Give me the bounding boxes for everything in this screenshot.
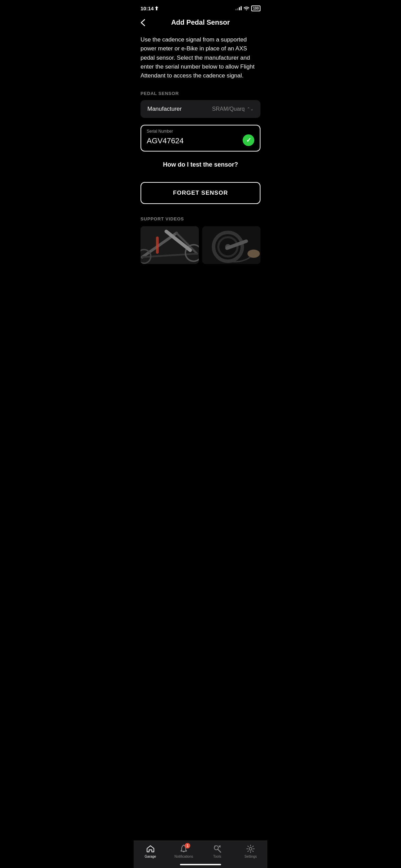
- pedal-sensor-section-label: PEDAL SENSOR: [141, 91, 260, 96]
- main-content: Use the cadence signal from a supported …: [134, 32, 267, 264]
- status-bar: 10:14 100: [134, 0, 267, 15]
- nav-header: Add Pedal Sensor: [134, 15, 267, 32]
- manufacturer-row[interactable]: Manufacturer SRAM/Quarq ⌃⌄: [141, 100, 260, 118]
- chevron-updown-icon: ⌃⌄: [247, 107, 254, 111]
- battery-icon: 100: [251, 5, 260, 11]
- signal-icon: [235, 6, 242, 10]
- serial-number-container[interactable]: Serial Number AGV47624 ✓: [141, 125, 260, 152]
- serial-number-label: Serial Number: [147, 129, 173, 134]
- serial-number-value: AGV47624: [147, 136, 243, 145]
- back-button[interactable]: [141, 19, 145, 26]
- manufacturer-label: Manufacturer: [147, 106, 182, 112]
- video-thumbnail-right[interactable]: [202, 226, 260, 264]
- serial-valid-icon: ✓: [243, 134, 254, 146]
- description-text: Use the cadence signal from a supported …: [141, 35, 260, 81]
- test-sensor-link[interactable]: How do I test the sensor?: [141, 161, 260, 168]
- forget-sensor-button[interactable]: FORGET SENSOR: [141, 182, 260, 204]
- video-thumbnail-left[interactable]: [141, 226, 199, 264]
- svg-rect-4: [156, 237, 159, 254]
- wifi-icon: [244, 6, 249, 10]
- status-time: 10:14: [141, 5, 158, 11]
- svg-point-13: [247, 250, 260, 258]
- page-title: Add Pedal Sensor: [171, 19, 230, 26]
- videos-grid: [141, 226, 260, 264]
- status-icons: 100: [235, 5, 260, 11]
- manufacturer-value: SRAM/Quarq ⌃⌄: [212, 106, 254, 112]
- support-videos-label: SUPPORT VIDEOS: [141, 216, 260, 221]
